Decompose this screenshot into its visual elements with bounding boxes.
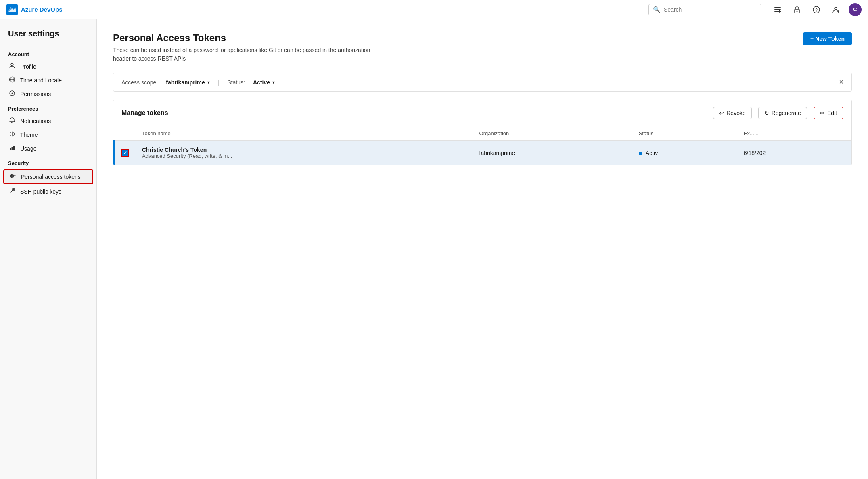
svg-rect-18: [10, 148, 11, 150]
settings-people-icon[interactable]: [829, 3, 842, 16]
lock-icon[interactable]: [791, 3, 803, 16]
access-scope-chevron-icon: ▾: [207, 79, 210, 85]
svg-point-12: [11, 63, 13, 66]
table-row[interactable]: ✓ Christie Church's Token Advanced Secur…: [114, 141, 852, 165]
token-section: Manage tokens ↩ Revoke ↻ Regenerate ✏ Ed…: [113, 100, 852, 165]
token-name: Christie Church's Token: [142, 146, 466, 153]
sidebar-item-ssh-label: SSH public keys: [20, 188, 61, 195]
status-dropdown[interactable]: Active ▾: [253, 79, 275, 86]
token-section-header: Manage tokens ↩ Revoke ↻ Regenerate ✏ Ed…: [113, 100, 851, 126]
search-box[interactable]: 🔍: [648, 4, 761, 15]
page-subtitle: These can be used instead of a password …: [113, 46, 387, 63]
sidebar-section-preferences: Preferences: [0, 101, 96, 114]
sidebar-item-usage-label: Usage: [20, 145, 36, 152]
access-scope-value: fabrikamprime: [166, 79, 205, 86]
sidebar-item-time-locale[interactable]: Time and Locale: [0, 73, 96, 87]
app-logo[interactable]: Azure DevOps: [6, 4, 63, 15]
edit-button[interactable]: ✏ Edit: [814, 107, 843, 119]
token-status: Activ: [646, 150, 658, 156]
sidebar-item-permissions[interactable]: Permissions: [0, 87, 96, 101]
edit-icon: ✏: [820, 110, 825, 116]
sidebar-section-security: Security: [0, 155, 96, 169]
token-org-cell: fabrikamprime: [473, 141, 632, 165]
regenerate-label: Regenerate: [772, 110, 801, 116]
manage-tokens-title: Manage tokens: [121, 109, 168, 117]
svg-rect-5: [778, 11, 781, 12]
col-checkbox: [114, 126, 136, 141]
svg-rect-2: [774, 9, 781, 10]
col-status: Status: [632, 126, 737, 141]
checkbox-check-icon: ✓: [123, 150, 128, 155]
svg-rect-20: [13, 146, 15, 150]
status-value: Active: [253, 79, 270, 86]
svg-point-21: [10, 174, 14, 178]
revoke-label: Revoke: [726, 110, 745, 116]
sidebar-item-profile[interactable]: Profile: [0, 60, 96, 73]
main-content: Personal Access Tokens These can be used…: [97, 19, 868, 479]
row-checkbox[interactable]: ✓: [121, 149, 129, 157]
sidebar-item-personal-access-tokens[interactable]: Personal access tokens: [3, 169, 93, 184]
regenerate-icon: ↻: [764, 110, 769, 116]
sidebar-item-pat-label: Personal access tokens: [21, 174, 81, 180]
sidebar-item-notifications-label: Notifications: [20, 118, 51, 124]
help-icon[interactable]: ?: [810, 3, 823, 16]
search-input[interactable]: [664, 6, 757, 13]
status-chevron-icon: ▾: [272, 79, 275, 85]
token-table: Token name Organization Status Ex... ↓: [113, 126, 851, 165]
access-scope-dropdown[interactable]: fabrikamprime ▾: [166, 79, 209, 86]
row-checkbox-cell[interactable]: ✓: [114, 141, 136, 165]
revoke-icon: ↩: [719, 110, 724, 116]
page-title: Personal Access Tokens: [113, 32, 387, 44]
col-organization: Organization: [473, 126, 632, 141]
token-name-cell: Christie Church's Token Advanced Securit…: [136, 141, 473, 165]
user-avatar[interactable]: C: [849, 3, 862, 16]
page-header-text: Personal Access Tokens These can be used…: [113, 32, 387, 63]
access-tokens-icon: [9, 173, 17, 181]
revoke-button[interactable]: ↩ Revoke: [713, 107, 751, 119]
table-header-row: Token name Organization Status Ex... ↓: [114, 126, 852, 141]
token-status-cell: Activ: [632, 141, 737, 165]
status-active-dot: [639, 152, 642, 155]
svg-point-22: [11, 175, 13, 177]
token-desc: Advanced Security (Read, write, & m...: [142, 153, 466, 159]
app-name: Azure DevOps: [21, 6, 63, 13]
col-token-name: Token name: [136, 126, 473, 141]
col-expiry[interactable]: Ex... ↓: [737, 126, 851, 141]
sidebar-item-permissions-label: Permissions: [20, 91, 51, 97]
filter-close-button[interactable]: ×: [839, 78, 843, 86]
profile-icon: [8, 63, 16, 71]
svg-point-16: [12, 93, 13, 94]
azure-devops-logo-icon: [6, 4, 18, 15]
sidebar: User settings Account Profile Time and L…: [0, 19, 97, 479]
sidebar-item-usage[interactable]: Usage: [0, 142, 96, 155]
svg-rect-1: [774, 7, 781, 8]
theme-icon: [8, 131, 16, 139]
page-header: Personal Access Tokens These can be used…: [113, 32, 852, 63]
svg-rect-3: [774, 11, 778, 12]
new-token-button[interactable]: + New Token: [803, 32, 852, 45]
sidebar-section-account: Account: [0, 46, 96, 60]
sidebar-item-time-locale-label: Time and Locale: [20, 77, 62, 84]
filter-separator: |: [218, 79, 220, 86]
regenerate-button[interactable]: ↻ Regenerate: [758, 107, 807, 119]
svg-text:?: ?: [815, 8, 818, 12]
sidebar-item-profile-label: Profile: [20, 63, 36, 70]
status-label: Status:: [227, 79, 245, 86]
sidebar-item-theme[interactable]: Theme: [0, 128, 96, 142]
sidebar-title: User settings: [0, 29, 96, 46]
usage-icon: [8, 144, 16, 153]
svg-point-27: [13, 189, 14, 190]
search-icon: 🔍: [653, 6, 661, 13]
access-scope-label: Access scope:: [121, 79, 158, 86]
token-expiry-cell: 6/18/202: [737, 141, 851, 165]
svg-point-10: [835, 7, 837, 10]
permissions-icon: [8, 90, 16, 98]
sidebar-item-ssh-keys[interactable]: SSH public keys: [0, 185, 96, 199]
sidebar-item-notifications[interactable]: Notifications: [0, 114, 96, 128]
filter-bar: Access scope: fabrikamprime ▾ | Status: …: [113, 73, 852, 92]
checklist-icon[interactable]: [771, 3, 784, 16]
expiry-col-label: Ex...: [744, 130, 754, 136]
svg-rect-19: [12, 147, 13, 150]
edit-label: Edit: [827, 110, 837, 116]
topnav: Azure DevOps 🔍 ? C: [0, 0, 868, 19]
